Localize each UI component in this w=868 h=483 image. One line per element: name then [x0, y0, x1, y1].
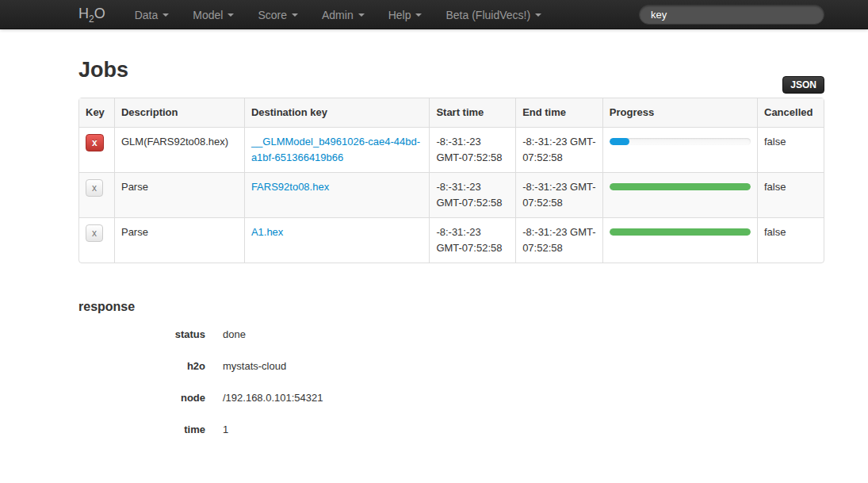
header-description: Description [114, 98, 244, 127]
nav-item-admin[interactable]: Admin [310, 1, 377, 29]
response-field-value: 1 [223, 422, 824, 438]
response-field-label: status [78, 327, 205, 343]
page-title: Jobs [78, 59, 824, 82]
nav-item-data[interactable]: Data [123, 1, 182, 29]
job-cancelled: false [757, 127, 824, 172]
chevron-down-icon [415, 13, 422, 17]
progress-bar [610, 138, 751, 145]
main-content: JSON Jobs Key Description Destination ke… [78, 59, 824, 438]
brand-logo[interactable]: H2O [78, 6, 123, 25]
chevron-down-icon [358, 13, 365, 17]
job-start-time: -8:-31:-23 GMT-07:52:58 [429, 217, 515, 263]
navbar: H2O Data Model Score Admin Help Beta (Fl… [0, 0, 868, 29]
nav-item-model[interactable]: Model [181, 1, 246, 29]
cancel-job-button[interactable]: x [86, 134, 104, 151]
header-cancelled: Cancelled [757, 98, 824, 127]
chevron-down-icon [535, 13, 541, 17]
progress-bar-fill [610, 138, 629, 145]
job-cancelled: false [757, 172, 824, 217]
search-input[interactable] [639, 5, 824, 25]
job-description: Parse [114, 217, 244, 263]
response-heading: response [78, 300, 824, 314]
progress-bar [610, 183, 751, 190]
nav-item-beta-fluidvecs[interactable]: Beta (FluidVecs!) [434, 1, 553, 29]
destination-key-link[interactable]: __GLMModel_b4961026-cae4-44bd-a1bf-65136… [251, 136, 420, 163]
header-end-time: End time [515, 98, 602, 127]
response-field-label: h2o [78, 358, 205, 374]
job-end-time: -8:-31:-23 GMT-07:52:58 [515, 127, 602, 172]
job-end-time: -8:-31:-23 GMT-07:52:58 [515, 172, 602, 217]
header-key: Key [79, 98, 114, 127]
response-field-value: mystats-cloud [223, 358, 824, 374]
header-destination-key: Destination key [244, 98, 430, 127]
cancel-job-button[interactable]: x [86, 179, 103, 197]
job-end-time: -8:-31:-23 GMT-07:52:58 [515, 217, 602, 263]
job-cancelled: false [757, 217, 824, 263]
table-header-row: Key Description Destination key Start ti… [79, 98, 824, 127]
response-field-value: done [223, 327, 824, 343]
table-row: x Parse A1.hex -8:-31:-23 GMT-07:52:58 -… [79, 217, 824, 263]
response-field-label: time [78, 422, 205, 438]
progress-bar [610, 228, 751, 236]
table-row: x GLM(FARS92to08.hex) __GLMModel_b496102… [79, 127, 824, 172]
response-details: status done h2o mystats-cloud node /192.… [78, 327, 824, 438]
destination-key-link[interactable]: FARS92to08.hex [251, 181, 329, 193]
destination-key-link[interactable]: A1.hex [251, 226, 283, 238]
chevron-down-icon [228, 13, 234, 17]
job-description: Parse [114, 172, 244, 217]
nav-item-score[interactable]: Score [246, 1, 310, 29]
json-button[interactable]: JSON [782, 76, 824, 94]
job-description: GLM(FARS92to08.hex) [114, 127, 244, 172]
cancel-job-button[interactable]: x [86, 224, 103, 242]
jobs-table: Key Description Destination key Start ti… [78, 98, 824, 263]
job-start-time: -8:-31:-23 GMT-07:52:58 [429, 172, 515, 217]
response-field-label: node [78, 390, 205, 406]
progress-bar-fill [610, 183, 751, 190]
job-start-time: -8:-31:-23 GMT-07:52:58 [429, 127, 515, 172]
table-row: x Parse FARS92to08.hex -8:-31:-23 GMT-07… [79, 172, 824, 217]
nav-item-help[interactable]: Help [377, 1, 434, 29]
header-progress: Progress [602, 98, 757, 127]
chevron-down-icon [292, 13, 298, 17]
header-start-time: Start time [429, 98, 515, 127]
chevron-down-icon [163, 13, 169, 17]
nav-menu: Data Model Score Admin Help Beta (FluidV… [123, 1, 553, 29]
response-field-value: /192.168.0.101:54321 [223, 390, 824, 406]
progress-bar-fill [610, 228, 751, 236]
